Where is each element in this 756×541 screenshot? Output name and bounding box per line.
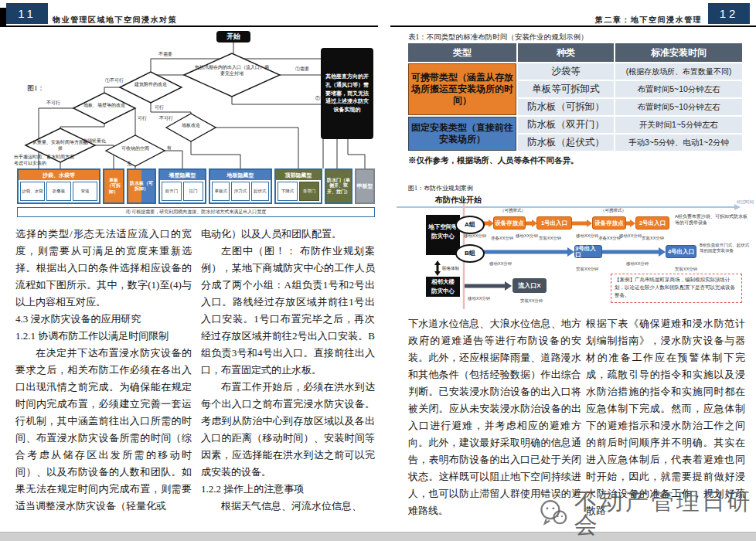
equipment-item: 折叠板 <box>46 182 71 201</box>
equipment-box-deck: 甲板型 <box>355 168 375 204</box>
time-label: 安装XX分钟 <box>576 267 598 271</box>
flow-portable-note: 出于搬运时间、蓄水时间方面考虑可以安装的 <box>14 155 76 167</box>
inflow-box: 流入口X <box>513 278 547 293</box>
table-header-kind: 种类 <box>518 43 614 62</box>
time-label: 移动XX分钟 <box>464 233 486 238</box>
equipment-group-wall-hidden: 墙壁隐藏型 双开门 拉门 <box>158 168 206 204</box>
branch-label-no-need: 不需要 <box>158 52 172 57</box>
branch-label-feasible2: ②可行 <box>315 96 329 101</box>
decision-floor-wall: 地板、墙壁等的改造 <box>77 103 131 109</box>
branch-label-feasible-b: 可行 <box>138 116 147 121</box>
a-step-exit-1: 1号出入口 <box>536 216 572 230</box>
left-header-rule <box>0 26 378 27</box>
table-cell-kind: 沙袋等 <box>518 63 614 80</box>
time-label: 移动XX分钟 <box>576 233 598 238</box>
left-column-2: 电动化）以及人员和团队配置。 左图中（图！： 布防作业规划案例），某地下商城防灾… <box>201 226 375 515</box>
right-page-title: 第二章：地下空间浸水管理 <box>595 15 702 25</box>
standard-time-table: 类型 种类 标准安装时间 可携带类型（涵盖从存放场所搬运至安装场所的时间） 沙袋… <box>408 43 742 151</box>
center-box-underground: 地下空间等 防灾中心 <box>426 215 460 255</box>
time-label: 准备XX分钟 <box>598 236 621 240</box>
table-caption: 表1：不同类型的标准布防时间（安装作业的规划示例） <box>408 32 588 43</box>
branch-label-have: 有 <box>167 145 172 151</box>
time-label: 移动XX分钟 <box>626 261 649 266</box>
diagram-title: 布防作业开始 <box>435 195 482 206</box>
decision-floor-renovation: 地板改造 <box>170 123 212 129</box>
table-cell-time: 开关时间1~5分钟左右 <box>615 117 742 133</box>
paragraph: 根据天气信息、河流水位信息、 <box>201 498 375 515</box>
time-label: 安装XX分钟 <box>675 267 697 271</box>
right-column-1: 下水道水位信息、大浪水位信息、地方政府的避难通告等进行布防设备的安装。此外，还应… <box>408 315 581 519</box>
branch-label-infeasible-b: 不可行 <box>159 116 173 121</box>
table-header-time: 标准安装时间 <box>615 43 742 62</box>
center-box-adjacent: 相邻大楼 防灾中心 <box>426 277 460 297</box>
table-cell-time: (根据存放场所、布置数量不同) <box>615 63 742 80</box>
time-label: 移动XX分钟 <box>516 233 538 238</box>
branch-label-need: ①需要 <box>295 66 309 72</box>
branch-label-infeasible1: ①不可行 <box>105 78 124 83</box>
center-box-line1: 相邻大楼 <box>426 277 460 287</box>
table-cell-kind: 单板等可拆卸式 <box>518 81 614 97</box>
equipment-item: 沙袋、水袋 <box>20 182 45 201</box>
center-box-line2: 防灾中心 <box>426 287 460 296</box>
equipment-box-panel: 单板（可拆卸） <box>103 168 124 204</box>
paragraph: 下水道水位信息、大浪水位信息、地方政府的避难通告等进行布防设备的安装。此外，还应… <box>408 315 581 519</box>
equipment-item: 管道 <box>73 182 97 201</box>
scan-edge-mark <box>0 8 6 26</box>
paragraph: 在决定并下达布置浸水防灾设备的要求之后，相关布防工作必须在各出入口出现汛情之前完… <box>15 345 192 515</box>
equipment-item: 双开门 <box>162 182 182 201</box>
equipment-box-waterdoor: 防水门（单侧开、双开、拉门） <box>325 168 352 204</box>
equipment-group-floor-hidden: 地板隐藏型 单板式 浮力式 起伏式 <box>209 168 272 204</box>
equipment-group-top-hidden-title: 顶部隐藏型 <box>276 170 321 180</box>
section-heading: 1.2.2 操作上的注意事项 <box>201 481 375 498</box>
contact-system-label: 联络体制 <box>442 266 459 270</box>
equipment-item: 起伏式 <box>251 182 269 201</box>
flowchart-figure: 图1： 开始 包括汛期在内的出入口（流入口）需要完全封堵 建筑附件的改造 地板、… <box>8 31 377 226</box>
flow-start-node: 开始 <box>216 31 250 43</box>
wechat-logo-icon <box>538 495 570 531</box>
flow-side-note-box: 其他垂直方向的开孔（通风口等）需要堵塞，而又无法通过上述浸水防灾设备实现的 <box>321 48 373 139</box>
watermark-text: 不动产管理日研会 <box>574 490 754 536</box>
group-a-note: A组负责布置沙袋、可拆卸式防水板等的可携带设备 <box>675 213 751 226</box>
paragraph: 电动化）以及人员和团队配置。 <box>201 226 375 243</box>
table-cell-kind: 防水板（可拆卸） <box>518 99 614 115</box>
case-note-box: 【案例】广岛市纸屋町某商场，编制模拟实际演练计划，以论证在较少人数和团队配置下是… <box>611 274 742 303</box>
table-cell-time: 手动3~5分钟、电动1~2分钟 <box>615 134 742 151</box>
equipment-item: 单板式 <box>212 182 230 201</box>
table-cell-kind: 防水板（双开门） <box>518 117 614 133</box>
equipment-box-waterboard: 防水板（可拆卸） <box>127 168 156 204</box>
elapsed-time-label: 经过时间 <box>737 199 754 204</box>
figure1-label: 图1： <box>27 83 45 94</box>
right-header-rule <box>390 26 756 27</box>
left-page-title: 物业管理区域地下空间浸水对策 <box>53 15 177 25</box>
a-step-storage-1: 设备存放点 <box>493 216 526 230</box>
table-cell-kind: 防水板（起伏式） <box>518 134 614 151</box>
equipment-group-sandbags-title: 沙袋、水袋等 <box>19 170 99 180</box>
left-column-1: 选择的类型/形态无法适应流入口的宽度，则需要从可满足的宽度来重新选择。根据出入口… <box>15 226 192 515</box>
time-label: 安装XX分钟 <box>642 236 664 240</box>
branch-label-feasible-a: 可行 <box>155 105 164 111</box>
time-label: 安装XX分钟 <box>539 236 561 240</box>
time-label: 移动XX分钟 <box>468 296 490 301</box>
a-step-storage-2: 设备存放点 <box>592 216 626 230</box>
time-label: 移动XX分钟 <box>489 261 512 266</box>
paragraph: 布置工作开始后，必须在洪水到达每个出入口之前布置完浸水防灾设备。考虑到从防治中心… <box>201 379 375 481</box>
decision-storage-space: 可收纳的空间 <box>110 146 161 152</box>
equipment-group-top-hidden: 顶部隐藏型 下降式 卷帘门 <box>274 168 322 204</box>
equipment-item: 下降式 <box>278 182 298 201</box>
group-b-note: B组负责双开门式、起伏式等的固定安装设备 <box>700 243 752 254</box>
table-group-portable: 可携带类型（涵盖从存放场所搬运至安装场所的时间） <box>408 63 516 115</box>
branch-label-none: 无 <box>127 162 131 167</box>
page-number-right: 12 <box>708 3 750 24</box>
equipment-group-wall-hidden-title: 墙壁隐藏型 <box>160 170 205 180</box>
equipment-group-sandbags: 沙袋、水袋等 沙袋、水袋 折叠板 管道 <box>17 168 100 204</box>
group-a-node: A组 <box>455 216 485 234</box>
portable-label-1: （可携带式） <box>500 208 526 213</box>
table-header-type: 类型 <box>408 43 516 62</box>
flow-bottom-bar: ④ 可根据需要，研究利用横向连接、防水封堵方式来满足出入口宽度 <box>17 207 375 217</box>
table-note: ※仅作参考，根据场所、人员等条件不同各异。 <box>408 155 579 166</box>
section-heading: 1.2.1 协调布防工作以满足时间限制 <box>15 328 192 345</box>
section-heading: 4.3 浸水防灾设备的应用研究 <box>15 311 192 328</box>
decision-entrance-sealing: 包括汛期在内的出入口（流入口）需要完全封堵 <box>195 65 269 77</box>
decision-building-attachment: 建筑附件的改造 <box>125 82 176 88</box>
time-label: 移动XX分钟 <box>619 233 642 238</box>
